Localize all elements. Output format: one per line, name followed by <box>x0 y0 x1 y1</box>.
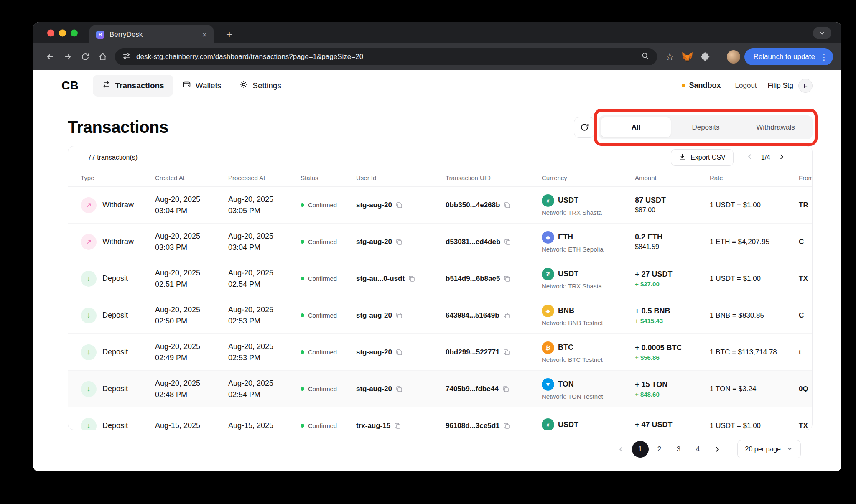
copy-icon[interactable] <box>396 202 403 209</box>
zoom-icon[interactable] <box>641 52 650 62</box>
transactions-card: 77 transaction(s) Export CSV <box>68 146 813 430</box>
copy-icon[interactable] <box>396 312 403 319</box>
type-label: Deposit <box>102 348 128 356</box>
url-text[interactable]: desk-stg.chainberry.com/dashboard/transa… <box>136 53 635 61</box>
created-time: 02:49 PM <box>155 352 228 364</box>
table-row[interactable]: ↓ Deposit Aug-20, 2025 02:50 PM Aug-20, … <box>68 297 812 334</box>
copy-icon[interactable] <box>408 275 415 282</box>
metamask-extension-icon[interactable] <box>679 48 696 66</box>
copy-icon[interactable] <box>396 349 403 356</box>
amount-cell: 0.2 ETH $841.59 <box>635 233 710 251</box>
tab-search-chevron-icon[interactable] <box>813 27 831 39</box>
browser-profile-avatar[interactable] <box>727 50 740 64</box>
transaction-uid: 0bb350...4e268b <box>446 201 500 209</box>
nav-item-transactions[interactable]: Transactions <box>93 75 173 97</box>
chevron-left-icon[interactable] <box>746 153 754 162</box>
reload-icon[interactable] <box>76 48 94 66</box>
refresh-button[interactable] <box>574 117 595 138</box>
table-row[interactable]: ↗ Withdraw Aug-20, 2025 03:03 PM Aug-20,… <box>68 224 812 260</box>
amount-primary: 87 USDT <box>635 196 710 205</box>
processed-date: Aug-15, 2025 <box>228 420 301 430</box>
nav-item-wallets[interactable]: Wallets <box>173 75 231 97</box>
status-dot-icon <box>301 277 304 280</box>
site-settings-icon[interactable] <box>122 52 130 62</box>
avatar[interactable]: F <box>798 79 813 93</box>
nav-label: Wallets <box>196 81 222 90</box>
rate-cell: 1 USDT = $1.00 <box>710 422 799 430</box>
from-cell: TR <box>799 201 813 209</box>
rate-cell: 1 USDT = $1.00 <box>710 201 799 209</box>
close-window-button[interactable] <box>47 29 54 36</box>
export-csv-button[interactable]: Export CSV <box>671 149 734 166</box>
copy-icon[interactable] <box>396 239 403 245</box>
browser-menu-kebab-icon[interactable]: ⋮ <box>820 52 828 62</box>
tab-deposits[interactable]: Deposits <box>671 117 741 137</box>
amount-cell: 87 USDT $87.00 <box>635 196 710 214</box>
chevron-right-icon[interactable] <box>778 153 785 162</box>
browser-tab[interactable]: B BerryDesk × <box>89 25 214 43</box>
type-label: Deposit <box>102 421 128 430</box>
maximize-window-button[interactable] <box>71 29 78 36</box>
user-id: stg-aug-20 <box>356 385 392 393</box>
copy-icon[interactable] <box>394 423 401 429</box>
currency-cell: ₮ USDT Network: TRX Shasta <box>542 268 635 290</box>
page-number-button[interactable]: 2 <box>651 441 668 458</box>
copy-icon[interactable] <box>396 386 403 392</box>
currency-network: Network: TON Testnet <box>542 393 635 400</box>
copy-icon[interactable] <box>503 312 510 319</box>
copy-icon[interactable] <box>502 386 509 392</box>
copy-icon[interactable] <box>503 349 510 356</box>
status-label: Confirmed <box>308 422 337 429</box>
currency-icon: ₮ <box>542 194 554 207</box>
chevron-left-icon[interactable] <box>613 441 629 458</box>
card-header: 77 transaction(s) Export CSV <box>68 146 812 169</box>
page-number-button[interactable]: 3 <box>670 441 687 458</box>
nav-item-settings[interactable]: Settings <box>230 75 290 97</box>
bookmark-star-icon[interactable]: ☆ <box>661 48 679 66</box>
from-cell: t <box>799 348 813 356</box>
created-date: Aug-20, 2025 <box>155 267 228 279</box>
processed-time: 02:53 PM <box>228 352 301 364</box>
amount-secondary: $841.59 <box>635 243 710 251</box>
app-logo[interactable]: CB <box>61 79 79 92</box>
table-row[interactable]: ↓ Deposit Aug-20, 2025 02:49 PM Aug-20, … <box>68 334 812 371</box>
user-id-cell: trx-aug-15 <box>356 422 446 430</box>
page-number-button[interactable]: 1 <box>632 441 649 458</box>
extensions-puzzle-icon[interactable] <box>696 48 714 66</box>
copy-icon[interactable] <box>504 239 511 245</box>
copy-icon[interactable] <box>503 423 510 429</box>
new-tab-button[interactable]: + <box>226 29 232 40</box>
currency-cell: ₮ USDT <box>542 418 635 430</box>
copy-icon[interactable] <box>504 202 510 209</box>
processed-time: 02:53 PM <box>228 316 301 327</box>
transaction-uid: 7405b9...fdbc44 <box>446 385 499 393</box>
processed-date: Aug-20, 2025 <box>228 378 301 389</box>
page-number-button[interactable]: 4 <box>690 441 706 458</box>
table-row[interactable]: ↓ Deposit Aug-20, 2025 02:48 PM Aug-20, … <box>68 371 812 407</box>
table-row[interactable]: ↗ Withdraw Aug-20, 2025 03:04 PM Aug-20,… <box>68 187 812 224</box>
user-menu[interactable]: Filip Stg F <box>768 79 813 93</box>
table-header-row: TypeCreated AtProcessed AtStatusUser IdT… <box>68 169 812 187</box>
forward-icon[interactable] <box>59 48 76 66</box>
copy-icon[interactable] <box>504 275 510 282</box>
tab-close-icon[interactable]: × <box>202 31 207 39</box>
chevron-right-icon[interactable] <box>709 441 726 458</box>
created-at-cell: Aug-20, 2025 02:48 PM <box>155 378 228 400</box>
address-bar[interactable]: desk-stg.chainberry.com/dashboard/transa… <box>115 48 657 65</box>
table-row[interactable]: ↓ Deposit Aug-15, 2025 Aug-15, 2025 Conf… <box>68 407 812 430</box>
tab-all[interactable]: All <box>601 117 671 137</box>
user-id-cell: stg-aug-20 <box>356 311 446 320</box>
web-page: CB Transactions Wallets <box>33 70 841 471</box>
home-icon[interactable] <box>94 48 112 66</box>
tab-withdrawals[interactable]: Withdrawals <box>741 117 810 137</box>
minimize-window-button[interactable] <box>59 29 66 36</box>
logout-button[interactable]: Logout <box>735 81 757 90</box>
per-page-select[interactable]: 20 per page <box>737 440 801 458</box>
created-at-cell: Aug-20, 2025 03:03 PM <box>155 231 228 253</box>
relaunch-to-update-button[interactable]: Relaunch to update ⋮ <box>744 48 833 65</box>
amount-secondary: + $27.00 <box>635 280 710 288</box>
back-icon[interactable] <box>41 48 59 66</box>
currency-name: USDT <box>558 270 578 278</box>
user-id-cell: stg-aug-20 <box>356 385 446 393</box>
table-row[interactable]: ↓ Deposit Aug-20, 2025 02:51 PM Aug-20, … <box>68 260 812 297</box>
